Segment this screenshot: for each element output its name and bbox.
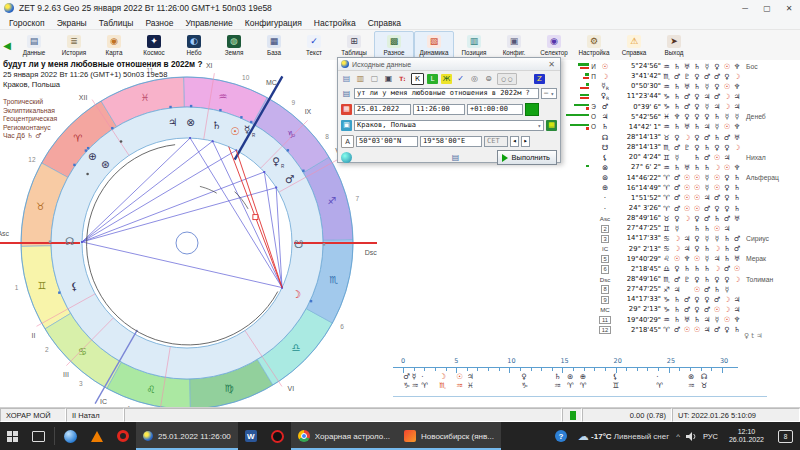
planet-table-row[interactable]: 914°17'33"♑♄♂♀♀♂☽♃ <box>566 294 794 304</box>
longitude-input[interactable]: 19°58'00"E <box>420 136 482 147</box>
dialog-tool-icon-6[interactable]: L <box>427 74 438 84</box>
menu-Разное[interactable]: Разное <box>139 18 179 28</box>
menu-Управление[interactable]: Управление <box>180 18 239 28</box>
toolbar-button-Разное[interactable]: ▩ Разное <box>374 31 414 60</box>
toolbar-button-История[interactable]: ≣ История <box>54 31 94 60</box>
menu-Экраны[interactable]: Экраны <box>51 18 93 28</box>
planet-table-row[interactable]: 227°47'25"♊☿♄♄☉♃ <box>566 223 794 233</box>
toolbar-button-Небо[interactable]: ◐ Небо <box>174 31 214 60</box>
execute-button[interactable]: Выполнить <box>497 150 557 165</box>
taskbar-app-recorder[interactable] <box>264 422 291 450</box>
back-button[interactable]: ◀ <box>0 32 14 58</box>
globe-icon[interactable] <box>341 152 352 163</box>
dialog-tool-icon-8[interactable]: ✓ <box>455 74 466 84</box>
taskbar-clock[interactable]: 12:1026.01.2022 <box>722 428 771 444</box>
planet-table-row[interactable]: 519°40'29"♌☉♆☉☿♃♄♅Мерак <box>566 254 794 264</box>
planet-table-row[interactable]: ⊕16°14'49"♈♂☉☉☿☉♀♄ <box>566 183 794 193</box>
taskbar-app-vlc[interactable] <box>84 422 110 450</box>
dialog-tool-icon-12[interactable]: Z <box>534 74 545 84</box>
question-combo[interactable]: –▾ <box>541 88 557 99</box>
weather-widget[interactable]: ☁ -17°C Ливневый снег <box>574 430 673 443</box>
time-input[interactable]: 11:26:00 <box>413 104 465 115</box>
calendar-icon[interactable]: ▦ <box>341 104 352 115</box>
taskbar-app-browser[interactable] <box>57 422 84 450</box>
planet-table-row[interactable]: О♃5°42'56"♓♆♀♀♀♄☿☿Денеб <box>566 112 794 122</box>
menu-Конфигурация[interactable]: Конфигурация <box>239 18 308 28</box>
dialog-tool-icon-11[interactable]: ○ ○ <box>497 73 517 85</box>
minimize-button[interactable]: ─ <box>734 0 756 16</box>
step-back-button[interactable]: ◂ <box>510 136 519 147</box>
zodiac-wheel[interactable]: ♈♉♊♋♌♍♎♏♐♑♒♓Asc1II2III3IC4V5VI6Dsc7VIII8… <box>0 60 392 416</box>
taskbar-app-word[interactable]: W <box>238 422 264 450</box>
place-icon[interactable]: ▣ <box>341 120 352 131</box>
planet-table-row[interactable]: Dsc28°49'16"♏♂♇♀♄♀♀☽Толиман <box>566 274 794 284</box>
planet-table-row[interactable]: ☊28°14'13"♉♀☽♀♂♄♂♅ <box>566 132 794 142</box>
statusbar-tab-horar[interactable]: ХОРАР МОЙ <box>0 408 66 422</box>
planet-table-row[interactable]: Asc28°49'16"♉♀☽♀♂♄♂♅ <box>566 213 794 223</box>
planet-table-row[interactable]: 827°47'25"♐♃☉♂♄☿ <box>566 284 794 294</box>
volume-icon[interactable] <box>683 432 699 441</box>
dialog-tool-icon-7[interactable]: Ж <box>441 74 452 84</box>
taskbar-app-news[interactable]: Новосибирск (янв... <box>397 422 501 450</box>
dialog-tool-icon-0[interactable]: ▤ <box>341 74 352 84</box>
planet-table-row[interactable]: О♄14°42' 1"♒♄♅♄♃☿☉♆ <box>566 122 794 132</box>
start-button[interactable] <box>0 422 25 450</box>
dialog-tool-icon-1[interactable]: ▥ <box>355 74 366 84</box>
dialog-title-bar[interactable]: Исходные данные ✕ <box>338 58 560 71</box>
toolbar-button-Текст[interactable]: ✓ Текст <box>294 31 334 60</box>
toolbar-button-Конфиг.[interactable]: ▣ Конфиг. <box>494 31 534 60</box>
dialog-tool-icon-10[interactable]: ⊜ <box>483 74 494 84</box>
dialog-tool-icon-9[interactable]: ◎ <box>469 74 480 84</box>
coords-icon[interactable]: A <box>341 135 354 148</box>
taskbar-app-chrome[interactable]: Хорарная астроло... <box>291 422 397 450</box>
dialog-tool-icon-5[interactable]: К <box>411 73 424 85</box>
toolbar-button-Настройка[interactable]: ⚙ Настройка <box>574 31 614 60</box>
planet-table-row[interactable]: 314°17'33"♋☽♃♀☿☿♄♂Сириус <box>566 233 794 243</box>
step-forward-button[interactable]: ▸ <box>521 136 530 147</box>
toolbar-button-Карта[interactable]: ◉ Карта <box>94 31 134 60</box>
planet-table-row[interactable]: ♀R11°23'44"♑♄♂♀♃♂☽♃ <box>566 91 794 101</box>
planet-table-row[interactable]: ·1°51'52"♈♂☉☉♃♂♀♄ <box>566 193 794 203</box>
dialog-tool-icon-2[interactable]: ▢ <box>369 74 380 84</box>
offset-input[interactable]: +01:00:00 <box>467 104 523 115</box>
toolbar-button-Справка[interactable]: ⚠ Справка <box>614 31 654 60</box>
planet-table-row[interactable]: IC29° 2'13"♋☽♃♀♄☽♄♂ <box>566 244 794 254</box>
tray-expand-chevron[interactable]: ^ <box>673 432 683 441</box>
planet-table-row[interactable]: 62°18'45"♎♀♄♄♄☽♂☉ <box>566 264 794 274</box>
dialog-tool-icon-4[interactable]: Т: <box>397 74 408 84</box>
toolbar-button-Земля[interactable]: ◍ Земля <box>214 31 254 60</box>
toolbar-button-Выход[interactable]: ➤ Выход <box>654 31 694 60</box>
task-view-button[interactable] <box>25 422 52 450</box>
taskbar-app-zet[interactable]: 25.01.2022 11:26:00 <box>136 422 238 450</box>
maximize-button[interactable]: ▢ <box>756 0 778 16</box>
close-button[interactable]: ✕ <box>778 0 800 16</box>
planet-table-row[interactable]: Э♂0°39' 6"♑♄♂♀☿♃☽♃ <box>566 102 794 112</box>
latitude-input[interactable]: 50°03'00"N <box>356 136 418 147</box>
planet-table-row[interactable]: MC29° 2'13"♑♄♂♀♂☉☽♃ <box>566 304 794 314</box>
now-button[interactable] <box>525 103 539 116</box>
planet-table-row[interactable]: 1119°40'29"♒♄♅♄♃☿☉♆ <box>566 315 794 325</box>
help-tray-icon[interactable]: ? <box>548 430 574 442</box>
atlas-button[interactable]: ▦ <box>546 120 557 131</box>
toolbar-button-Селектор[interactable]: ◉ Селектор <box>534 31 574 60</box>
statusbar-tab-natal[interactable]: II Натал <box>66 408 124 422</box>
toolbar-button-Позиция[interactable]: ▥ Позиция <box>454 31 494 60</box>
toolbar-button-Космос[interactable]: ✦ Космос <box>134 31 174 60</box>
planet-table-row[interactable]: ⊛14°46'22"♈♂☉☉☿☉♀♄Альферац <box>566 173 794 183</box>
planet-table-row[interactable]: ⚸20° 4'24"♊☿♄♂☉♃Нихал <box>566 152 794 162</box>
toolbar-button-Данные[interactable]: ▤ Данные <box>14 31 54 60</box>
planet-table-row[interactable]: ⊗27° 6' 2"♒♄♅♄♄☽☉♆ <box>566 162 794 172</box>
menu-Таблицы[interactable]: Таблицы <box>93 18 140 28</box>
planet-table-row[interactable]: П☽3°41'42"♏♂♇♀♂♂♀☽ <box>566 71 794 81</box>
place-combo[interactable]: Краков, Польша▾ <box>354 120 544 131</box>
degree-timeline[interactable]: 051015202530♂♑☿♒·♈☽♏☉♒♃♓♀♑♄♒⊛♈⊕♈⚸♊·♈⊗♒☊♉ <box>393 357 771 403</box>
planet-table-row[interactable]: И☉5°24'56"♒♄♅♄☿♀☉♆Бос <box>566 61 794 71</box>
event-list-icon[interactable]: ▤ <box>341 88 352 99</box>
language-indicator[interactable]: РУС <box>699 432 722 441</box>
notification-icon[interactable]: 8 <box>771 430 800 443</box>
copy-icon[interactable]: ▤ <box>450 152 461 163</box>
dialog-close-icon[interactable]: ✕ <box>543 60 560 69</box>
taskbar-app-opera[interactable] <box>110 422 136 450</box>
dialog-tool-icon-3[interactable]: ▣ <box>383 74 394 84</box>
toolbar-button-База[interactable]: ▦ База <box>254 31 294 60</box>
